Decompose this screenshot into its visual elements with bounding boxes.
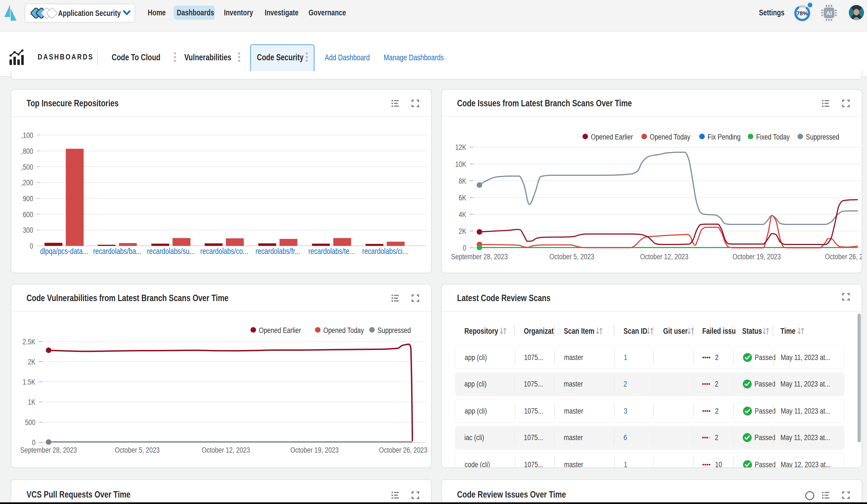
- svg-text:Suppressed: Suppressed: [806, 133, 839, 141]
- svg-text:2K: 2K: [28, 357, 35, 366]
- svg-text:Opened Today: Opened Today: [323, 326, 364, 335]
- svg-text:6K: 6K: [459, 193, 466, 202]
- svg-text:4K: 4K: [459, 210, 466, 219]
- svg-text:dlpqa/pcs-data...: dlpqa/pcs-data...: [40, 246, 88, 256]
- svg-text:October 26, 2023: October 26, 2023: [825, 252, 862, 261]
- svg-text:recardolabs/fr...: recardolabs/fr...: [256, 246, 300, 256]
- svg-text:300: 300: [23, 226, 33, 234]
- svg-text:AI: AI: [826, 10, 832, 16]
- svg-text:Suppressed: Suppressed: [377, 326, 411, 335]
- svg-text:1.5K: 1.5K: [23, 377, 35, 386]
- svg-text:September 28, 2023: September 28, 2023: [451, 252, 508, 261]
- svg-text:October 26, 2023: October 26, 2023: [379, 446, 427, 454]
- svg-text:,100: ,100: [21, 131, 33, 140]
- svg-text:recardolabs/ba...: recardolabs/ba...: [93, 246, 141, 256]
- svg-text:Fix Pending: Fix Pending: [708, 133, 740, 141]
- svg-text:Opened Today: Opened Today: [650, 133, 691, 141]
- svg-text:October 5, 2023: October 5, 2023: [115, 446, 160, 454]
- svg-text:recardolabs/te...: recardolabs/te...: [308, 246, 355, 256]
- svg-text:recardolabs/ci...: recardolabs/ci...: [362, 246, 408, 256]
- svg-text:October 5, 2023: October 5, 2023: [549, 252, 595, 261]
- svg-text:8K: 8K: [459, 176, 466, 185]
- svg-text:recardolabs/su...: recardolabs/su...: [147, 246, 195, 256]
- svg-text:500: 500: [25, 418, 35, 426]
- svg-text:0: 0: [30, 242, 33, 250]
- svg-text:recardolabs/co...: recardolabs/co...: [200, 246, 248, 256]
- svg-text:2K: 2K: [459, 227, 466, 235]
- svg-text:Opened Earlier: Opened Earlier: [591, 133, 633, 141]
- svg-text:1K: 1K: [28, 398, 35, 406]
- svg-text:,200: ,200: [21, 178, 33, 187]
- svg-text:October 12, 2023: October 12, 2023: [202, 446, 250, 454]
- svg-text:600: 600: [23, 210, 33, 219]
- svg-text:September 28, 2023: September 28, 2023: [20, 446, 77, 454]
- svg-text:October 19, 2023: October 19, 2023: [290, 446, 339, 454]
- svg-text:12K: 12K: [455, 143, 466, 152]
- svg-text:October 12, 2023: October 12, 2023: [640, 252, 688, 261]
- svg-text:,500: ,500: [21, 162, 33, 171]
- svg-text:Fixed Today: Fixed Today: [756, 133, 790, 141]
- svg-text:October 19, 2023: October 19, 2023: [732, 252, 781, 261]
- svg-text:0: 0: [463, 244, 466, 252]
- svg-text:,800: ,800: [21, 146, 33, 155]
- svg-text:78%: 78%: [796, 10, 808, 17]
- svg-text:2.5K: 2.5K: [23, 337, 35, 346]
- svg-text:Opened Earlier: Opened Earlier: [259, 326, 301, 335]
- svg-text:10K: 10K: [455, 160, 466, 168]
- svg-text:900: 900: [23, 194, 33, 203]
